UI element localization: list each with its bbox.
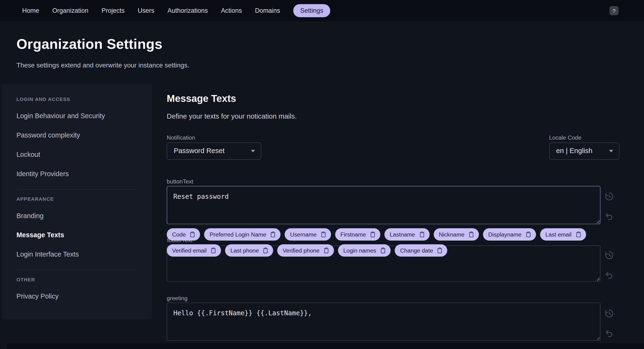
undo-icon[interactable] [604, 211, 614, 221]
clipboard-icon [575, 231, 581, 238]
restore-history-icon[interactable] [604, 309, 614, 318]
button-text-field: Reset password [167, 186, 600, 224]
chip-lastname[interactable]: Lastname [384, 228, 430, 241]
chip-label: Lastname [390, 231, 415, 238]
app-window: Home Organization Projects Users Authori… [0, 0, 644, 349]
chip-code[interactable]: Code [167, 228, 200, 241]
settings-sidebar: LOGIN AND ACCESS Login Behaviour and Sec… [2, 84, 152, 320]
restore-history-icon[interactable] [604, 192, 614, 201]
chip-verified-email[interactable]: Verified email [167, 244, 221, 257]
button-text-label: buttonText [167, 178, 193, 185]
page-subtitle: These settings extend and overwrite your… [16, 61, 189, 69]
chip-last-email[interactable]: Last email [540, 228, 586, 241]
greeting-actions [604, 309, 615, 338]
nav-actions[interactable]: Actions [221, 7, 242, 14]
chip-change-date[interactable]: Change date [395, 244, 447, 257]
nav-authorizations[interactable]: Authorizations [168, 7, 208, 14]
nav-home[interactable]: Home [22, 7, 39, 14]
locale-label: Locale Code [549, 134, 582, 141]
chip-label: Last email [546, 231, 572, 238]
sidebar-section-other: OTHER [16, 277, 137, 282]
chip-label: Firstname [340, 231, 366, 238]
nav-projects[interactable]: Projects [102, 7, 124, 14]
sidebar-item-lockout[interactable]: Lockout [16, 145, 137, 164]
chip-label: Nickname [439, 231, 464, 238]
chip-firstname[interactable]: Firstname [335, 228, 380, 241]
sidebar-item-branding[interactable]: Branding [16, 206, 137, 225]
sidebar-item-login-interface-texts[interactable]: Login Interface Texts [16, 245, 137, 264]
sidebar-divider [16, 189, 137, 190]
chip-label: Username [290, 231, 316, 238]
clipboard-icon [437, 247, 443, 254]
sidebar-divider [16, 270, 137, 270]
clipboard-icon [320, 231, 326, 238]
undo-icon[interactable] [604, 270, 614, 279]
nav-organization[interactable]: Organization [52, 7, 88, 14]
clipboard-icon [525, 231, 531, 238]
chip-label: Verified phone [282, 247, 320, 254]
section-heading: Message Texts [167, 93, 236, 104]
chevron-down-icon [251, 150, 255, 152]
section-description: Define your texts for your notication ma… [167, 112, 297, 121]
greeting-label: greeting [167, 295, 188, 301]
chip-label: Preferred Login Name [210, 231, 266, 238]
chip-label: Last phone [230, 247, 259, 254]
chip-displayname[interactable]: Displayname [483, 228, 536, 241]
greeting-field: Hello {{.FirstName}} {{.LastName}}, [167, 303, 600, 341]
sidebar-section-login-and-access: LOGIN AND ACCESS [16, 96, 137, 102]
clipboard-icon [370, 231, 376, 238]
locale-select[interactable]: en | English [549, 142, 620, 160]
chip-label: Displayname [488, 231, 522, 238]
sidebar-item-identity-providers[interactable]: Identity Providers [16, 164, 137, 183]
button-text-actions [604, 192, 615, 221]
clipboard-icon [323, 247, 329, 254]
sidebar-item-login-behaviour-and-security[interactable]: Login Behaviour and Security [16, 106, 137, 126]
button-text-input[interactable]: Reset password [167, 186, 600, 224]
nav-users[interactable]: Users [138, 7, 154, 14]
chip-verified-phone[interactable]: Verified phone [278, 244, 334, 257]
greeting-input[interactable]: Hello {{.FirstName}} {{.LastName}}, [167, 303, 600, 341]
undo-icon[interactable] [604, 328, 614, 338]
sidebar-item-privacy-policy[interactable]: Privacy Policy [16, 287, 137, 306]
clipboard-icon [262, 247, 269, 254]
page-title: Organization Settings [16, 36, 162, 52]
help-button[interactable]: ? [610, 6, 618, 15]
chip-label: Verified email [172, 247, 207, 254]
locale-select-value: en | English [556, 147, 592, 155]
clipboard-icon [380, 247, 386, 254]
chevron-down-icon [609, 150, 613, 152]
clipboard-icon [419, 231, 425, 238]
clipboard-icon [210, 247, 216, 254]
chip-preferred-login-name[interactable]: Preferred Login Name [204, 228, 280, 241]
sidebar-item-message-texts[interactable]: Message Texts [16, 225, 137, 245]
notification-select-value: Password Reset [174, 147, 224, 155]
sidebar-item-password-complexity[interactable]: Password complexity [16, 126, 137, 145]
clipboard-icon [468, 231, 474, 238]
placeholder-chips: Code Preferred Login Name Username First… [167, 228, 604, 257]
chip-label: Login names [343, 247, 376, 254]
chip-label: Code [172, 231, 186, 238]
restore-history-icon[interactable] [604, 250, 614, 260]
notification-select[interactable]: Password Reset [167, 142, 261, 160]
chip-login-names[interactable]: Login names [338, 244, 391, 257]
next-section-edge [7, 343, 644, 349]
nav-settings[interactable]: Settings [293, 4, 330, 17]
footer-text-actions [604, 250, 615, 279]
chip-nickname[interactable]: Nickname [434, 228, 479, 241]
nav-domains[interactable]: Domains [255, 7, 280, 14]
sidebar-section-appearance: APPEARANCE [16, 196, 137, 202]
chip-username[interactable]: Username [285, 228, 331, 241]
clipboard-icon [270, 231, 276, 238]
clipboard-icon [190, 231, 196, 238]
chip-last-phone[interactable]: Last phone [225, 244, 273, 257]
top-navigation: Home Organization Projects Users Authori… [0, 0, 644, 21]
chip-label: Change date [400, 247, 433, 254]
notification-label: Notification [167, 134, 195, 141]
